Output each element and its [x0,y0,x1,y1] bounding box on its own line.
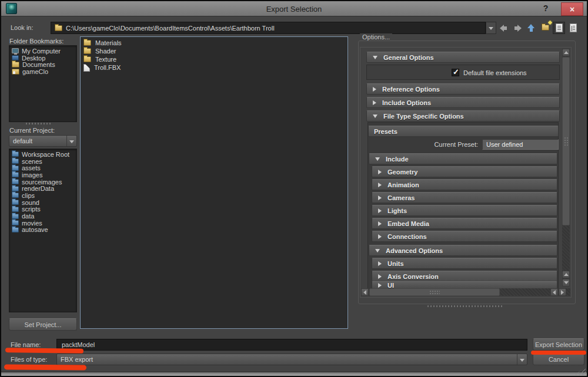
file-name-input[interactable]: packtModel [56,339,527,351]
path-dropdown-button[interactable] [486,22,496,34]
file-item-troll-fbx[interactable]: Troll.FBX [81,63,348,72]
project-folder-movies[interactable]: movies [9,220,76,227]
checkbox-default-file-extensions[interactable]: ✓Default file extensions [452,69,527,76]
project-folder-label: renderData [22,185,54,192]
folder-gold-icon [12,62,19,68]
option-section-connections[interactable]: Connections [372,231,557,242]
expand-arrow-icon [378,234,382,239]
folder-blue-icon [12,227,19,233]
folder-blue-icon [12,207,19,212]
files-of-type-dropdown[interactable]: FBX export [56,354,527,365]
options-horizontal-scrollbar[interactable] [361,288,570,296]
file-item-shader[interactable]: Shader [81,47,348,55]
folder-blue-icon [12,220,19,225]
annotation-stroke-files-of-type [4,364,86,370]
bookmark-item-gameclo[interactable]: gameClo [9,68,76,75]
folder-blue-icon [12,200,19,205]
forward-arrow-icon [514,25,522,32]
project-folder-renderdata[interactable]: renderData [9,185,76,192]
project-folder-label: images [22,171,42,179]
computer-icon [12,48,19,53]
annotation-stroke-export-button [531,351,586,355]
scroll-left-button-2[interactable] [550,288,558,296]
project-folder-label: sourceimages [22,179,62,186]
folder-blue-icon [12,166,19,171]
file-item-label: Texture [95,56,116,63]
new-folder-icon [542,25,549,32]
project-folder-list[interactable]: Workspace Rootscenesassetsimagessourceim… [9,149,77,312]
export-selection-button[interactable]: Export Selection [533,338,584,351]
scroll-up-button-2[interactable] [562,271,570,278]
scroll-right-button[interactable] [559,288,566,296]
option-section-reference-options[interactable]: Reference Options [366,83,560,95]
current-project-dropdown[interactable]: default [9,135,77,147]
project-folder-scenes[interactable]: scenes [9,158,76,165]
option-section-animation[interactable]: Animation [372,179,557,190]
details-view-button[interactable] [567,22,579,34]
folder-blue-icon [12,193,19,198]
project-folder-assets[interactable]: assets [9,164,76,171]
project-folder-scripts[interactable]: scripts [9,206,76,213]
bookmark-item-my-computer[interactable]: My Computer [9,48,76,55]
project-folder-workspace-root[interactable]: Workspace Root [9,151,76,158]
file-item-materials[interactable]: Materials [81,39,348,47]
folder-bookmarks-list[interactable]: My ComputerDesktopDocumentsgameClo [9,45,77,122]
bookmark-label: Documents [22,61,55,68]
list-view-icon [556,23,563,32]
project-folder-images[interactable]: images [9,171,76,179]
up-directory-button[interactable] [525,22,537,34]
cancel-button[interactable]: Cancel [533,353,584,365]
option-section-cameras[interactable]: Cameras [372,192,557,203]
option-section-include-options[interactable]: Include Options [366,97,560,108]
option-section-geometry[interactable]: Geometry [372,166,557,177]
options-scroll-area[interactable]: General Options✓Default file extensionsR… [360,47,572,298]
folder-icon [83,40,91,46]
project-folder-sourceimages[interactable]: sourceimages [9,179,76,186]
file-item-texture[interactable]: Texture [81,55,348,63]
scroll-up-button[interactable] [562,49,570,56]
vertical-scrollbar-thumb[interactable] [562,57,570,225]
option-section-axis-conversion[interactable]: Axis Conversion [372,271,557,282]
triangle-left-icon [553,290,556,295]
expand-arrow-icon [378,283,382,288]
bookmark-label: My Computer [22,48,61,55]
general-options-content: ✓Default file extensions [366,65,560,80]
option-section-embed-media[interactable]: Embed Media [372,218,557,229]
triangle-right-icon [561,290,564,295]
project-folder-sound[interactable]: sound [9,199,76,206]
option-section-units[interactable]: Units [372,258,557,269]
bookmark-item-desktop[interactable]: Desktop [9,55,76,62]
bookmark-item-documents[interactable]: Documents [9,61,76,68]
horizontal-scrollbar-thumb[interactable] [369,288,500,296]
option-section-general-options[interactable]: General Options [366,52,560,63]
option-section-advanced-options[interactable]: Advanced Options [369,245,557,256]
close-button[interactable]: × [561,2,583,16]
options-vertical-scrollbar[interactable] [562,49,570,287]
set-project-button[interactable]: Set Project... [9,318,77,331]
scroll-down-button[interactable] [562,279,570,287]
option-section-file-type-specific-options[interactable]: File Type Specific Options [366,110,560,122]
forward-button[interactable] [512,22,524,34]
path-field[interactable]: C:\Users\gameClo\Documents\BoardItemsCon… [51,22,486,34]
current-preset-value[interactable]: User defined [482,139,559,150]
back-button[interactable] [497,22,510,34]
project-folder-clips[interactable]: clips [9,192,76,199]
option-section-lights[interactable]: Lights [372,205,557,216]
help-button[interactable]: ? [541,4,550,14]
export-selection-dialog: Export Selection ? × Look in: C:\Users\g… [0,0,588,377]
project-folder-data[interactable]: data [9,213,76,220]
checkbox-box: ✓ [452,69,459,76]
file-list[interactable]: MaterialsShaderTextureTroll.FBX [80,36,348,329]
folder-icon [83,56,91,62]
panel-splitter-handle[interactable] [26,123,52,124]
presets-header: Presets [368,126,559,137]
expand-arrow-icon [378,261,382,266]
option-section-include[interactable]: Include [369,153,557,164]
scroll-left-button[interactable] [361,288,369,296]
new-folder-button[interactable] [539,22,552,34]
list-view-button[interactable] [553,22,565,34]
title-bar[interactable]: Export Selection ? × [1,1,587,16]
options-splitter-handle[interactable] [427,305,503,307]
project-folder-autosave[interactable]: autosave [9,227,76,234]
resize-grip[interactable] [575,366,586,375]
